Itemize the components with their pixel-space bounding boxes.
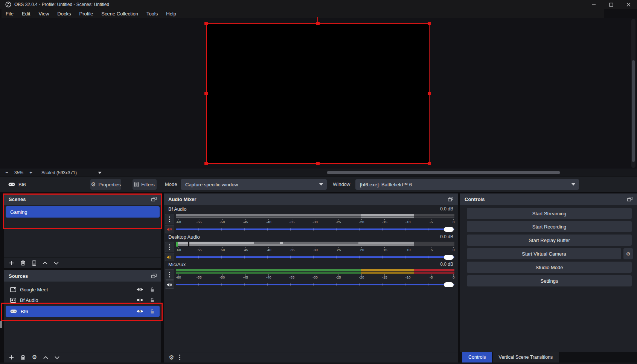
tab-controls[interactable]: Controls [462,352,492,362]
capture-mode-dropdown[interactable]: Capture specific window [181,179,327,190]
controls-panel: Controls Start Streaming Start Recording… [460,193,637,362]
resize-handle-middle-right[interactable] [428,92,431,95]
visibility-eye-icon[interactable] [136,287,143,292]
start-recording-button[interactable]: Start Recording [467,221,632,232]
volume-slider-handle[interactable] [444,227,454,232]
source-item-google-meet[interactable]: Google Meet [6,284,160,295]
preview-horizontal-scrollbar-thumb[interactable] [327,171,560,174]
resize-handle-bottom-right[interactable] [428,162,431,165]
move-source-down-button[interactable] [55,356,59,359]
advanced-audio-properties-icon[interactable]: ⚙ [169,355,174,361]
filters-button-label: Filters [141,182,154,187]
start-replay-buffer-button[interactable]: Start Replay Buffer [467,235,632,246]
resize-handle-bottom-center[interactable] [316,162,320,165]
capture-window-dropdown[interactable]: [bf6.exe]: Battlefield™ 6 [355,179,579,190]
obs-main-window: OBS 32.0.4 - Profile: Untitled - Scenes:… [0,0,637,364]
kebab-menu-icon [169,247,170,248]
popout-dock-icon[interactable] [627,197,632,201]
menu-item-tools[interactable]: Tools [142,10,162,18]
settings-button[interactable]: Settings [467,275,632,286]
resize-handle-middle-left[interactable] [204,92,208,95]
unlock-icon[interactable] [149,287,155,292]
status-bar [0,362,637,364]
unlock-icon[interactable] [149,309,155,314]
unlock-icon[interactable] [149,297,155,303]
volume-slider[interactable] [176,253,454,261]
start-virtual-camera-button[interactable]: Start Virtual Camera [467,248,621,259]
menu-item-help[interactable]: Help [162,10,180,18]
menu-item-edit[interactable]: Edit [18,10,34,18]
zoom-in-button[interactable]: + [27,170,35,175]
menu-item-docks[interactable]: Docks [53,10,75,18]
properties-button[interactable]: ⚙ Properties [90,179,121,190]
resize-handle-bottom-left[interactable] [204,162,208,165]
move-scene-up-button[interactable] [43,262,47,265]
popout-dock-icon[interactable] [151,197,157,201]
channel-menu-button[interactable] [165,269,174,280]
source-item-bf-audio[interactable]: Bf Audio [6,294,160,306]
scenes-panel-header: Scenes [4,193,161,205]
move-scene-down-button[interactable] [54,262,59,265]
volume-slider-handle[interactable] [444,282,454,287]
close-button[interactable] [620,0,637,9]
popout-dock-icon[interactable] [448,197,453,201]
preview-area [0,18,637,169]
move-source-up-button[interactable] [43,356,48,359]
menu-bar: File Edit View Docks Profile Scene Colle… [2,9,604,18]
resize-handle-top-right[interactable] [428,22,431,25]
edge-grip [0,321,2,328]
volume-slider-handle[interactable] [444,255,454,260]
mode-label: Mode [165,181,177,187]
source-name: Bf6 [21,309,28,314]
add-source-button[interactable] [9,355,14,360]
source-item-bf6[interactable]: Bf6 [6,306,160,317]
visibility-eye-icon[interactable] [136,298,143,302]
filters-button[interactable]: Filters [133,179,157,190]
audio-mixer-panel: Audio Mixer Bf Audio 0.0 dB -60-55-50-45… [164,193,458,362]
volume-meter [176,269,454,274]
audio-mixer-header: Audio Mixer [164,193,458,205]
popout-dock-icon[interactable] [151,274,157,278]
remove-source-button[interactable] [20,355,26,360]
add-scene-button[interactable] [9,260,14,265]
selected-source-name: Bf6 [18,182,26,187]
mixer-menu-button[interactable] [179,357,180,358]
preview-vertical-scrollbar-thumb[interactable] [632,60,635,162]
menu-item-profile[interactable]: Profile [75,10,97,18]
tab-vertical-scene-transitions[interactable]: Vertical Scene Transitions [493,352,559,362]
menu-item-scene-collection[interactable]: Scene Collection [97,10,142,18]
mute-button-active[interactable] [165,280,174,289]
resize-handle-top-left[interactable] [204,22,208,25]
virtual-camera-settings-button[interactable]: ⚙ [623,248,633,259]
studio-mode-button[interactable]: Studio Mode [467,262,632,273]
channel-menu-button[interactable] [165,242,174,252]
remove-scene-button[interactable] [20,260,26,266]
volume-meter [176,214,454,219]
menu-item-file[interactable]: File [2,10,18,18]
window-capture-icon [10,287,16,292]
scenes-toolbar [4,257,161,268]
scene-item-gaming[interactable]: Gaming [6,206,160,218]
minimize-button[interactable] [585,0,602,9]
channel-menu-button[interactable] [165,214,174,224]
scene-canvas[interactable] [206,23,430,164]
zoom-out-button[interactable]: − [3,170,11,175]
zoom-level: 35% [11,170,27,175]
menu-item-view[interactable]: View [34,10,53,18]
dock-tab-bar: Controls Vertical Scene Transitions [460,352,637,362]
game-capture-icon [10,309,17,313]
resize-handle-top-center[interactable] [316,22,320,25]
capture-window-value: [bf6.exe]: Battlefield™ 6 [360,182,412,187]
preview-vertical-scrollbar[interactable] [631,19,635,168]
start-streaming-button[interactable]: Start Streaming [467,208,632,219]
mute-button-muted[interactable] [165,225,174,233]
preview-scale-dropdown[interactable]: Scaled (593x371) [41,170,102,175]
volume-slider[interactable] [176,280,454,289]
controls-panel-title: Controls [465,196,485,202]
maximize-button[interactable] [602,0,620,9]
scene-filters-button[interactable] [32,260,36,266]
visibility-eye-icon[interactable] [136,309,143,314]
mute-button-warning[interactable] [165,253,174,261]
source-properties-gear-icon[interactable]: ⚙ [32,355,37,360]
volume-slider[interactable] [176,225,454,233]
